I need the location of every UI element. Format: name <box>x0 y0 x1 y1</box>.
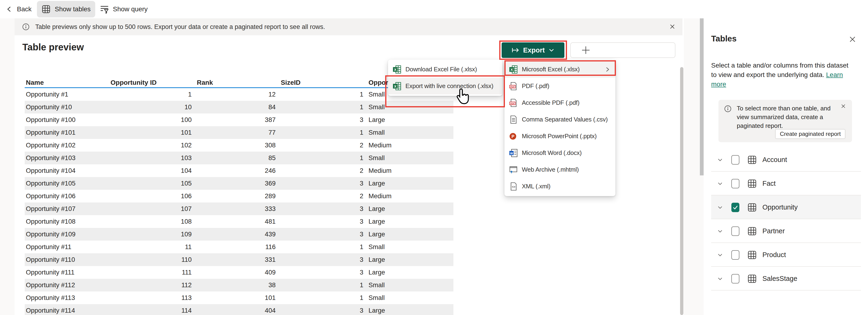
column-header-name[interactable]: Name <box>25 79 111 86</box>
check-icon <box>732 204 738 210</box>
table-row: Opportunity #1010841Small <box>25 101 454 113</box>
back-button[interactable]: Back <box>6 0 32 18</box>
callout-close-icon[interactable] <box>840 103 846 109</box>
table-cell: 369 <box>192 180 276 187</box>
export-menu-item[interactable]: XDownload Excel File (.xlsx) <box>388 61 502 78</box>
export-format-submenu: XMicrosoft Excel (.xlsx)PDFPDF (.pdf)PDF… <box>504 60 615 196</box>
checkbox-partner[interactable] <box>732 227 739 236</box>
table-cell: Opportunity #100 <box>25 116 111 123</box>
format-menu-item[interactable]: PDFAccessible PDF (.pdf) <box>504 94 615 111</box>
format-menu-item[interactable]: <>XML (.xml) <box>504 178 615 195</box>
table-row: Opportunity #103103851Small <box>25 152 454 164</box>
table-list-item-account[interactable]: Account <box>704 148 868 172</box>
chevron-down-icon[interactable] <box>717 276 723 282</box>
menu-item-label: XML (.xml) <box>522 183 551 190</box>
column-header-sizeid[interactable]: SizeID <box>276 79 363 86</box>
table-grid-icon <box>747 179 757 188</box>
table-cell: Small <box>369 243 454 251</box>
panel-scrollbar-thumb[interactable] <box>700 18 704 175</box>
format-menu-item[interactable]: Web Archive (.mhtml) <box>504 161 615 178</box>
table-row: Opportunity #1091094393Large <box>25 228 454 240</box>
export-button[interactable]: Export <box>502 42 564 58</box>
column-header-rank[interactable]: Rank <box>192 79 276 86</box>
table-name-label: Account <box>763 156 787 164</box>
format-menu-item[interactable]: Comma Separated Values (.csv) <box>504 111 615 128</box>
table-cell: Opportunity #107 <box>25 205 111 212</box>
format-menu-item[interactable]: PMicrosoft PowerPoint (.pptx) <box>504 128 615 145</box>
tab-show-query[interactable]: Show query <box>100 0 148 18</box>
table-cell: 85 <box>192 154 276 162</box>
table-grid-icon <box>747 250 757 260</box>
export-menu-item[interactable]: XExport with live connection (.xlsx) <box>388 78 502 94</box>
format-menu-item[interactable]: WMicrosoft Word (.docx) <box>504 145 615 161</box>
table-cell: 3 <box>276 230 363 238</box>
chevron-down-icon[interactable] <box>717 252 723 258</box>
chevron-down-icon[interactable] <box>717 157 723 163</box>
table-cell: 113 <box>111 294 192 302</box>
table-name-label: Fact <box>763 180 776 188</box>
panel-close-icon[interactable] <box>848 35 857 43</box>
table-list-item-salesstage[interactable]: SalesStage <box>704 267 868 290</box>
chevron-down-icon[interactable] <box>717 228 723 234</box>
export-label: Export <box>523 47 545 54</box>
table-cell: 1 <box>276 91 363 98</box>
paginated-report-callout: To select more than one table, and view … <box>718 100 852 142</box>
checkbox-product[interactable] <box>732 250 739 260</box>
banner-close-icon[interactable] <box>669 23 676 30</box>
table-cell: 101 <box>111 129 192 136</box>
table-cell: 1 <box>276 103 363 111</box>
checkbox-opportunity[interactable] <box>732 203 739 212</box>
export-menu: XDownload Excel File (.xlsx)XExport with… <box>388 60 502 96</box>
table-cell: Large <box>369 180 454 187</box>
table-cell: 333 <box>192 205 276 212</box>
table-cell: 1 <box>276 281 363 289</box>
table-list-item-product[interactable]: Product <box>704 243 868 267</box>
panel-description: Select a table and/or columns from this … <box>711 61 852 89</box>
table-cell: Opportunity #102 <box>25 142 111 149</box>
table-cell: 1 <box>276 154 363 162</box>
add-button[interactable] <box>570 42 675 58</box>
table-cell: 3 <box>276 307 363 314</box>
create-paginated-report-button[interactable]: Create paginated report <box>775 129 845 139</box>
info-banner: Table previews only show up to 500 rows.… <box>14 18 682 35</box>
plus-icon <box>581 46 590 55</box>
table-cell: Opportunity #101 <box>25 129 111 136</box>
table-cell: Small <box>369 129 454 136</box>
table-cell: Opportunity #104 <box>25 167 111 174</box>
table-cell: Opportunity #106 <box>25 192 111 200</box>
table-cell: Medium <box>369 192 454 200</box>
table-cell: 12 <box>192 91 276 98</box>
table-list-item-partner[interactable]: Partner <box>704 219 868 243</box>
table-cell: Large <box>369 268 454 276</box>
checkbox-fact[interactable] <box>732 179 739 188</box>
checkbox-salesstage[interactable] <box>732 274 739 283</box>
panel-title: Tables <box>711 34 737 43</box>
show-tables-label: Show tables <box>55 5 91 13</box>
main-scrollbar[interactable] <box>680 18 683 315</box>
table-row: Opportunity #1021023082Medium <box>25 139 454 152</box>
table-list-item-opportunity[interactable]: Opportunity <box>704 195 868 219</box>
format-menu-item[interactable]: XMicrosoft Excel (.xlsx) <box>504 61 615 78</box>
table-cell: 331 <box>192 256 276 263</box>
chevron-down-icon[interactable] <box>717 205 723 210</box>
table-cell: 2 <box>276 167 363 174</box>
menu-item-label: PDF (.pdf) <box>522 82 549 90</box>
table-cell: 3 <box>276 218 363 225</box>
chevron-down-icon[interactable] <box>717 181 723 187</box>
format-menu-item[interactable]: PDFPDF (.pdf) <box>504 78 615 94</box>
table-list-item-fact[interactable]: Fact <box>704 172 868 195</box>
checkbox-account[interactable] <box>732 155 739 165</box>
table-cell: Opportunity #110 <box>25 256 111 263</box>
tab-show-tables[interactable]: Show tables <box>37 1 95 18</box>
table-name-label: Partner <box>763 227 785 235</box>
column-header-opportunity-id[interactable]: Opportunity ID <box>111 79 192 86</box>
main-scrollbar-thumb[interactable] <box>680 67 683 315</box>
svg-text:PDF: PDF <box>510 102 515 105</box>
back-label: Back <box>17 5 32 13</box>
table-cell: Opportunity #111 <box>25 268 111 276</box>
table-preview: Name Opportunity ID Rank SizeID Oppor Op… <box>25 78 454 315</box>
svg-text:X: X <box>394 67 397 71</box>
table-cell: Small <box>369 281 454 289</box>
table-cell: Opportunity #114 <box>25 307 111 314</box>
table-cell: Opportunity #1 <box>25 91 111 98</box>
